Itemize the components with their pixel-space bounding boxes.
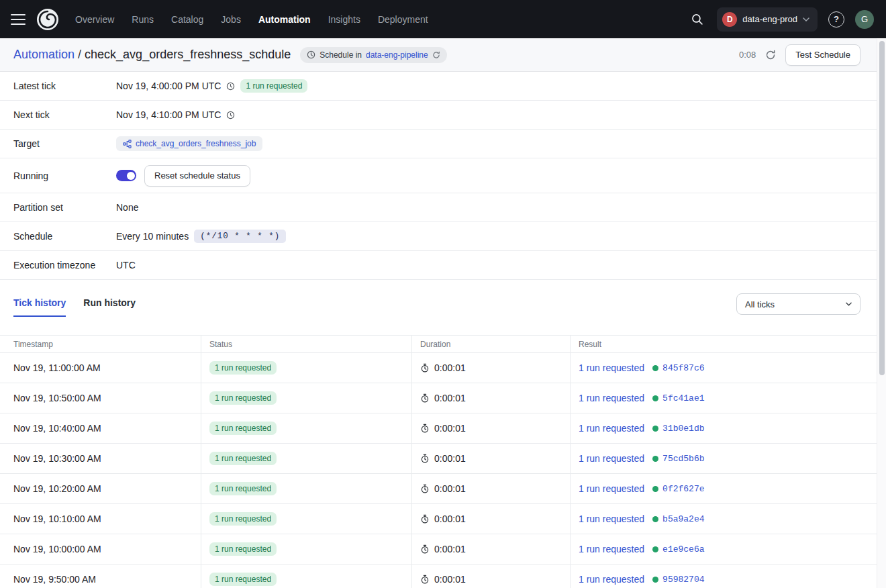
target-job-link[interactable]: check_avg_orders_freshness_job xyxy=(116,136,262,151)
tick-timestamp: Nov 19, 10:20:00 AM xyxy=(13,483,101,494)
tick-duration: 0:00:01 xyxy=(434,483,466,494)
stopwatch-icon xyxy=(420,424,430,433)
run-id-link[interactable]: 5fc41ae1 xyxy=(662,393,704,403)
running-toggle[interactable] xyxy=(116,170,136,181)
scrollbar-thumb[interactable] xyxy=(879,41,885,375)
nav-automation[interactable]: Automation xyxy=(258,14,311,25)
deployment-name: data-eng-prod xyxy=(742,14,797,24)
latest-tick-status-badge: 1 run requested xyxy=(240,79,307,93)
job-icon xyxy=(123,140,132,148)
tick-timestamp: Nov 19, 10:30:00 AM xyxy=(13,453,101,464)
schedule-details: Latest tick Nov 19, 4:00:00 PM UTC 1 run… xyxy=(0,72,877,280)
run-id-link[interactable]: 31b0e1db xyxy=(662,424,704,434)
schedule-label: Schedule xyxy=(13,231,116,242)
clock-icon xyxy=(307,50,315,59)
schedule-badge-prefix: Schedule in xyxy=(319,50,362,60)
breadcrumb-separator: / xyxy=(75,48,85,61)
deployment-switcher[interactable]: D data-eng-prod xyxy=(717,7,818,32)
run-id-link[interactable]: 0f2f627e xyxy=(662,484,704,494)
reset-schedule-status-button[interactable]: Reset schedule status xyxy=(144,165,250,187)
chevron-down-icon xyxy=(846,302,852,306)
run-id-link[interactable]: b5a9a2e4 xyxy=(662,514,704,524)
primary-nav: Overview Runs Catalog Jobs Automation In… xyxy=(75,14,428,25)
target-row: Target check_avg_orders_freshness_job xyxy=(0,130,877,158)
run-success-dot xyxy=(652,577,658,583)
nav-catalog[interactable]: Catalog xyxy=(171,14,203,25)
tick-status-badge: 1 run requested xyxy=(209,482,277,495)
nav-overview[interactable]: Overview xyxy=(75,14,114,25)
run-id-link[interactable]: e1e9ce6a xyxy=(662,544,704,554)
header-actions: 0:08 Test Schedule xyxy=(739,44,860,66)
menu-button[interactable] xyxy=(11,14,26,25)
tick-status-badge: 1 run requested xyxy=(209,422,277,435)
tick-result-link[interactable]: 1 run requested xyxy=(579,513,644,524)
tick-status-badge: 1 run requested xyxy=(209,573,277,586)
nav-runs[interactable]: Runs xyxy=(132,14,154,25)
tab-run-history[interactable]: Run history xyxy=(83,297,136,317)
col-duration: Duration xyxy=(412,336,571,352)
page-header: Automation / check_avg_orders_freshness_… xyxy=(0,38,877,72)
nav-deployment[interactable]: Deployment xyxy=(378,14,428,25)
navbar-right: D data-eng-prod ? G xyxy=(688,7,874,32)
tick-timestamp: Nov 19, 10:40:00 AM xyxy=(13,423,101,434)
partition-set-row: Partition set None xyxy=(0,193,877,222)
run-id-link[interactable]: 845f87c6 xyxy=(662,363,704,373)
tick-status-badge: 1 run requested xyxy=(209,391,277,405)
run-success-dot xyxy=(652,516,658,522)
tick-result-link[interactable]: 1 run requested xyxy=(579,362,644,373)
stopwatch-icon xyxy=(420,514,430,524)
run-id-link[interactable]: 75cd5b6b xyxy=(662,454,704,464)
tick-duration: 0:00:01 xyxy=(434,362,466,373)
next-tick-row: Next tick Nov 19, 4:10:00 PM UTC xyxy=(0,101,877,130)
stopwatch-icon xyxy=(420,393,430,403)
top-navbar: Overview Runs Catalog Jobs Automation In… xyxy=(0,0,886,38)
tick-status-badge: 1 run requested xyxy=(209,542,277,556)
help-icon[interactable]: ? xyxy=(828,11,844,28)
stopwatch-icon xyxy=(420,363,430,373)
tick-row: Nov 19, 10:10:00 AM 1 run requested 0:00… xyxy=(0,504,877,534)
tick-result-link[interactable]: 1 run requested xyxy=(579,544,644,554)
nav-jobs[interactable]: Jobs xyxy=(221,14,241,25)
tick-filter-select[interactable]: All ticks xyxy=(736,293,860,315)
next-tick-label: Next tick xyxy=(13,109,116,120)
timezone-row: Execution timezone UTC xyxy=(0,251,877,280)
running-label: Running xyxy=(13,170,116,181)
tick-result-link[interactable]: 1 run requested xyxy=(579,483,644,494)
tick-row: Nov 19, 10:30:00 AM 1 run requested 0:00… xyxy=(0,444,877,474)
tab-tick-history[interactable]: Tick history xyxy=(13,297,66,317)
code-location-link[interactable]: data-eng-pipeline xyxy=(366,50,428,60)
tick-duration: 0:00:01 xyxy=(434,453,466,464)
col-timestamp: Timestamp xyxy=(0,336,201,352)
tick-status-badge: 1 run requested xyxy=(209,512,277,526)
timezone-value: UTC xyxy=(116,260,136,271)
run-id-link[interactable]: 95982704 xyxy=(662,575,704,585)
stopwatch-icon xyxy=(420,484,430,493)
partition-set-label: Partition set xyxy=(13,202,116,213)
cron-expression: (*/10 * * * *) xyxy=(194,230,286,243)
nav-insights[interactable]: Insights xyxy=(328,14,360,25)
history-tabs: Tick history Run history xyxy=(13,297,136,317)
user-avatar[interactable]: G xyxy=(855,10,874,29)
tick-status-badge: 1 run requested xyxy=(209,361,277,375)
col-result: Result xyxy=(571,336,877,352)
tick-duration: 0:00:01 xyxy=(434,544,466,554)
tick-result-link[interactable]: 1 run requested xyxy=(579,393,644,403)
vertical-scrollbar[interactable] xyxy=(877,39,886,588)
tick-timestamp: Nov 19, 9:50:00 AM xyxy=(13,574,96,585)
table-header: Timestamp Status Duration Result xyxy=(0,335,877,353)
deployment-badge: D xyxy=(722,12,737,27)
breadcrumb-automation-link[interactable]: Automation xyxy=(13,48,75,61)
dagster-logo-icon[interactable] xyxy=(36,8,59,31)
refresh-icon[interactable] xyxy=(764,48,777,62)
run-success-dot xyxy=(652,426,658,432)
tick-duration: 0:00:01 xyxy=(434,513,466,524)
search-icon[interactable] xyxy=(688,10,706,28)
test-schedule-button[interactable]: Test Schedule xyxy=(785,44,860,66)
tick-result-link[interactable]: 1 run requested xyxy=(579,423,644,434)
col-status: Status xyxy=(201,336,412,352)
tick-result-link[interactable]: 1 run requested xyxy=(579,453,644,464)
run-success-dot xyxy=(652,486,658,492)
tick-result-link[interactable]: 1 run requested xyxy=(579,574,644,585)
reload-location-icon[interactable] xyxy=(432,51,440,59)
tick-duration: 0:00:01 xyxy=(434,393,466,403)
